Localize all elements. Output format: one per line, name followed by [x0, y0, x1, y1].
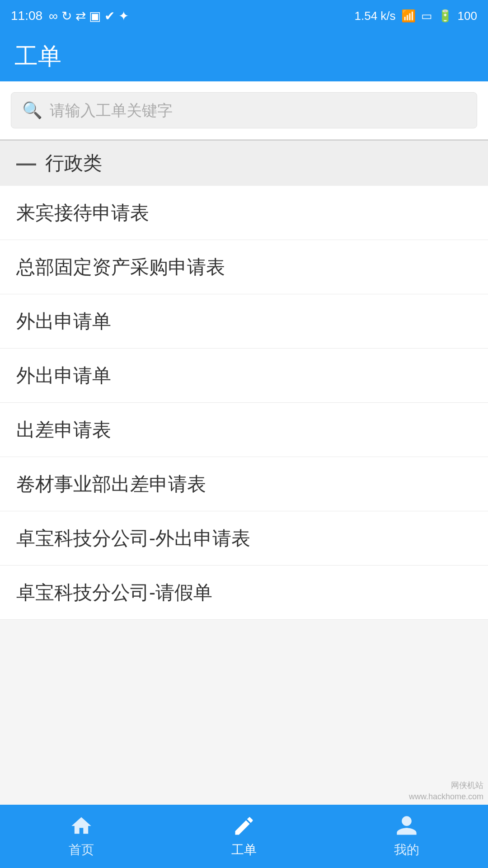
- list-item[interactable]: 外出申请单: [0, 349, 488, 403]
- search-box[interactable]: 🔍: [11, 92, 477, 128]
- list-item-text: 外出申请单: [16, 309, 111, 334]
- nav-workorder-label: 工单: [231, 841, 257, 859]
- app-header: 工单: [0, 32, 488, 81]
- list-item[interactable]: 外出申请单: [0, 294, 488, 349]
- battery-level: 100: [458, 9, 477, 23]
- battery-icon: 🔋: [438, 9, 452, 23]
- list-item[interactable]: 总部固定资产采购申请表: [0, 240, 488, 294]
- list-item-text: 出差申请表: [16, 417, 111, 443]
- workorder-icon: [232, 814, 256, 838]
- list-item[interactable]: 卓宝科技分公司-请假单: [0, 566, 488, 620]
- list-item[interactable]: 卓宝科技分公司-外出申请表: [0, 511, 488, 566]
- list-items: 来宾接待申请表 总部固定资产采购申请表 外出申请单 外出申请单 出差申请表 卷材…: [0, 186, 488, 620]
- list-item-text: 卓宝科技分公司-请假单: [16, 580, 212, 605]
- watermark-line1: 网侠机站: [409, 780, 483, 791]
- list-item-text: 卓宝科技分公司-外出申请表: [16, 526, 250, 551]
- wifi-icon: 📶: [401, 9, 416, 23]
- list-item-text: 卷材事业部出差申请表: [16, 472, 206, 497]
- watermark-line2: www.hackhome.com: [409, 791, 483, 802]
- network-speed: 1.54 k/s: [355, 9, 396, 23]
- nav-mine-label: 我的: [394, 841, 419, 859]
- nav-item-home[interactable]: 首页: [0, 814, 163, 859]
- status-time: 11:08: [11, 9, 42, 23]
- search-icon: 🔍: [22, 101, 42, 120]
- home-icon: [70, 814, 93, 838]
- person-icon: [395, 814, 418, 838]
- main-content: 🔍 — 行政类 来宾接待申请表 总部固定资产采购申请表 外出申请单 外出申请单 …: [0, 81, 488, 805]
- bottom-nav: 首页 工单 我的: [0, 805, 488, 868]
- category-label: 行政类: [45, 151, 102, 176]
- nav-home-label: 首页: [69, 841, 94, 859]
- list-item-text: 外出申请单: [16, 363, 111, 388]
- search-container: 🔍: [0, 81, 488, 140]
- collapse-icon[interactable]: —: [16, 152, 36, 175]
- category-header: — 行政类: [0, 141, 488, 186]
- status-bar-left: 11:08 ∞ ↻ ⇄ ▣ ✔ ✦: [11, 9, 129, 24]
- search-input[interactable]: [50, 102, 466, 119]
- status-icons: ∞ ↻ ⇄ ▣ ✔ ✦: [49, 9, 129, 24]
- list-item-text: 来宾接待申请表: [16, 200, 149, 226]
- nav-item-mine[interactable]: 我的: [325, 814, 488, 859]
- sim-icon: ▭: [421, 9, 432, 23]
- watermark: 网侠机站 www.hackhome.com: [409, 780, 483, 802]
- page-title: 工单: [14, 41, 61, 72]
- list-item[interactable]: 出差申请表: [0, 403, 488, 457]
- list-item-text: 总部固定资产采购申请表: [16, 255, 225, 280]
- list-item[interactable]: 卷材事业部出差申请表: [0, 457, 488, 511]
- status-bar: 11:08 ∞ ↻ ⇄ ▣ ✔ ✦ 1.54 k/s 📶 ▭ 🔋 100: [0, 0, 488, 32]
- list-item[interactable]: 来宾接待申请表: [0, 186, 488, 240]
- nav-item-workorder[interactable]: 工单: [163, 814, 325, 859]
- status-bar-right: 1.54 k/s 📶 ▭ 🔋 100: [355, 9, 477, 23]
